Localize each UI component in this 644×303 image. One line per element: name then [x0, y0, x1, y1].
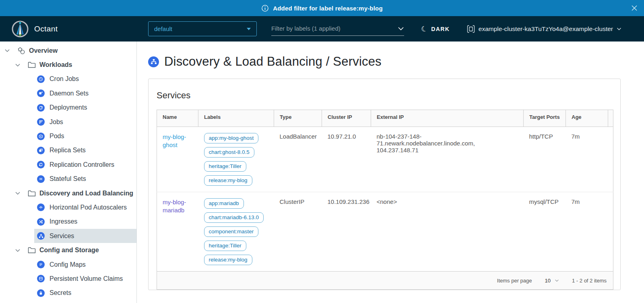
label-chip[interactable]: app:mariadb: [204, 198, 244, 209]
sidebar-item-label: Pods: [50, 133, 64, 140]
label-chip[interactable]: release:my-blog: [204, 255, 252, 265]
label-chip-list: app:my-blog-ghost chart:ghost-8.0.5 heri…: [204, 133, 268, 186]
label-filter-text: Filter by labels (1 applied): [271, 25, 341, 32]
sidebar-item-horizontal-pod-autoscalers[interactable]: Horizontal Pod Autoscalers: [34, 200, 136, 214]
brand: Octant: [11, 16, 58, 42]
sidebar-item-label: Replica Sets: [50, 147, 86, 154]
external-ip: nb-104-237-148-71.newark.nodebalancer.li…: [371, 127, 524, 192]
chevron-down-icon[interactable]: [4, 49, 10, 52]
label-chip[interactable]: release:my-blog: [204, 175, 252, 186]
target-ports: mysql/TCP: [524, 192, 566, 272]
sidebar-item-label: Persistent Volume Claims: [50, 275, 123, 282]
replicasets-icon: [37, 147, 45, 154]
sidebar-item-deployments[interactable]: Deployments: [34, 101, 136, 115]
sidebar-item-label: Replication Controllers: [50, 161, 114, 168]
pvc-icon: [37, 275, 45, 282]
pagination-range: 1 - 2 of 2 items: [572, 278, 607, 284]
label-chip[interactable]: component:master: [204, 226, 259, 237]
services-icon: [37, 232, 45, 240]
folder-icon: [28, 62, 36, 68]
sidebar-item-label: Deployments: [50, 104, 87, 111]
sidebar-item-pods[interactable]: Pods: [34, 129, 136, 143]
sidebar-item-replication-controllers[interactable]: Replication Controllers: [34, 158, 136, 172]
sidebar-item-services[interactable]: Services: [34, 229, 136, 243]
label-chip[interactable]: heritage:Tiller: [204, 241, 246, 251]
sidebar-item-cron-jobs[interactable]: Cron Jobs: [34, 72, 136, 86]
chevron-down-icon[interactable]: [15, 191, 21, 195]
sidebar-group-discovery-and-load-balancing[interactable]: Discovery and Load Balancing: [0, 186, 136, 200]
chevron-down-icon[interactable]: [15, 249, 21, 252]
page-size-select[interactable]: 10: [544, 276, 560, 285]
app-title: Octant: [34, 25, 58, 33]
sidebar-item-daemon-sets[interactable]: Daemon Sets: [34, 86, 136, 100]
cluster-ip: 10.97.21.0: [322, 127, 371, 192]
folder-icon: [28, 247, 36, 253]
services-icon: [148, 56, 159, 67]
external-ip: <none>: [371, 192, 524, 272]
sidebar-item-overview[interactable]: Overview: [0, 44, 136, 58]
sidebar-item-ingresses[interactable]: Ingresses: [34, 215, 136, 229]
sidebar-group-workloads[interactable]: Workloads: [0, 58, 136, 72]
page-title: Discovery & Load Balancing / Services: [164, 54, 382, 69]
cluster-selector[interactable]: example-cluster-ka3TuTzYo4a@example-clus…: [467, 16, 621, 42]
sidebar-item-label: Secrets: [50, 289, 71, 297]
label-chip[interactable]: app:my-blog-ghost: [204, 133, 259, 143]
sidebar-item-jobs[interactable]: Jobs: [34, 115, 136, 129]
column-header-labels: Labels: [198, 110, 274, 127]
sidebar-item-replica-sets[interactable]: Replica Sets: [34, 143, 136, 158]
table-row: my-blog-mariadb app:mariadb chart:mariad…: [157, 192, 613, 272]
namespace-value: default: [154, 25, 172, 32]
table-header-row: Name Labels Type Cluster IP External IP …: [157, 110, 613, 127]
notification-banner: Added filter for label release:my-blog: [0, 0, 644, 16]
secrets-icon: [37, 289, 45, 297]
close-icon[interactable]: [630, 4, 638, 12]
pagination: Items per page 10 1 - 2 of 2 items: [163, 276, 607, 285]
sidebar-item-label: Config and Storage: [39, 247, 99, 254]
service-name-link[interactable]: my-blog-mariadb: [163, 199, 186, 214]
service-name-link[interactable]: my-blog-ghost: [163, 133, 186, 148]
configmaps-icon: [37, 261, 45, 268]
label-chip[interactable]: chart:mariadb-6.13.0: [204, 212, 264, 223]
column-header-cluster-ip: Cluster IP: [322, 110, 371, 127]
cronjobs-icon: [37, 75, 45, 83]
label-chip[interactable]: heritage:Tiller: [204, 161, 246, 172]
sidebar-group-config-and-storage[interactable]: Config and Storage: [0, 243, 136, 257]
folder-icon: [28, 190, 36, 197]
sidebar-item-label: Stateful Sets: [50, 175, 86, 183]
sidebar-item-label: Daemon Sets: [50, 90, 89, 97]
column-header-spacer: [608, 110, 613, 127]
replication-controllers-icon: [37, 161, 45, 168]
services-table: Name Labels Type Cluster IP External IP …: [157, 110, 613, 290]
sidebar-item-label: Jobs: [50, 118, 63, 126]
jobs-icon: [37, 118, 45, 126]
column-header-age: Age: [566, 110, 608, 127]
theme-toggle-label: DARK: [431, 26, 450, 32]
sidebar-item-label: Ingresses: [50, 218, 77, 225]
sidebar-item-secrets[interactable]: Secrets: [34, 286, 136, 300]
sidebar-item-label: Overview: [29, 47, 58, 54]
namespace-dropdown[interactable]: default: [148, 21, 257, 36]
label-filter-input[interactable]: Filter by labels (1 applied): [271, 25, 404, 36]
sidebar-item-stateful-sets[interactable]: Stateful Sets: [34, 172, 136, 186]
banner-message: Added filter for label release:my-blog: [273, 5, 383, 12]
label-chip[interactable]: chart:ghost-8.0.5: [204, 147, 254, 158]
main-content: Discovery & Load Balancing / Services Se…: [137, 42, 644, 303]
info-icon: [261, 4, 269, 12]
column-header-target-ports: Target Ports: [524, 110, 566, 127]
sidebar-item-config-maps[interactable]: Config Maps: [34, 257, 136, 272]
age: 7m: [566, 192, 608, 272]
cluster-name: example-cluster-ka3TuTzYo4a@example-clus…: [479, 25, 613, 33]
pods-icon: [37, 133, 45, 140]
sidebar-nav: Overview Workloads Cron Jobs: [0, 42, 137, 303]
service-type: ClusterIP: [274, 192, 322, 272]
target-ports: http/TCP: [524, 127, 566, 192]
chevron-down-icon[interactable]: [15, 63, 21, 67]
sidebar-item-label: Workloads: [39, 61, 72, 68]
dark-theme-toggle[interactable]: ☾ DARK: [421, 16, 450, 42]
table-row: my-blog-ghost app:my-blog-ghost chart:gh…: [157, 127, 613, 192]
sidebar-item-persistent-volume-claims[interactable]: Persistent Volume Claims: [34, 272, 136, 286]
column-header-name: Name: [157, 110, 198, 127]
chevron-down-icon: [617, 27, 621, 31]
app-header: Octant default Filter by labels (1 appli…: [0, 16, 644, 42]
sidebar-item-label: Services: [50, 232, 74, 240]
